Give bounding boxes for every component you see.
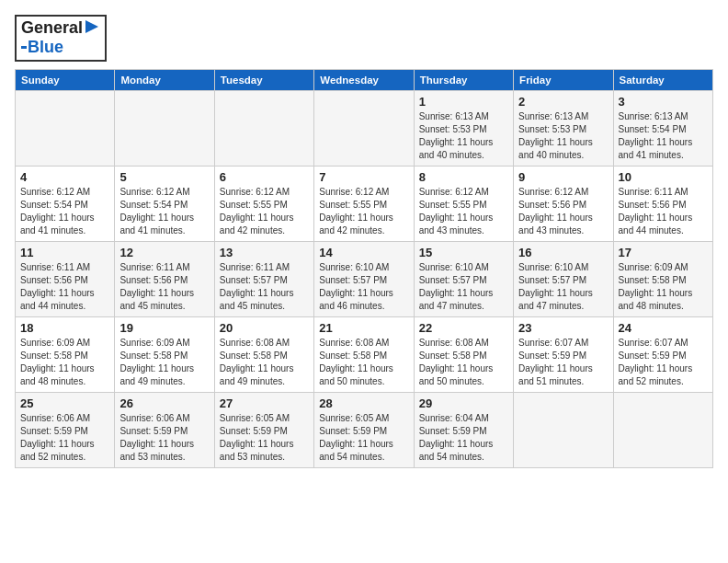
calendar-cell: 19Sunrise: 6:09 AMSunset: 5:58 PMDayligh… xyxy=(115,316,214,392)
calendar-cell: 24Sunrise: 6:07 AMSunset: 5:59 PMDayligh… xyxy=(613,316,712,392)
calendar-cell: 26Sunrise: 6:06 AMSunset: 5:59 PMDayligh… xyxy=(115,392,214,467)
day-number: 29 xyxy=(419,396,508,410)
day-number: 2 xyxy=(518,95,608,109)
column-header-thursday: Thursday xyxy=(414,69,513,90)
day-number: 8 xyxy=(419,170,508,184)
logo-arrow-icon xyxy=(84,18,100,35)
day-number: 7 xyxy=(319,170,408,184)
calendar-cell: 21Sunrise: 6:08 AMSunset: 5:58 PMDayligh… xyxy=(314,316,414,392)
day-info: Sunrise: 6:05 AMSunset: 5:59 PMDaylight:… xyxy=(220,412,309,464)
calendar-cell: 17Sunrise: 6:09 AMSunset: 5:58 PMDayligh… xyxy=(613,241,712,316)
column-header-friday: Friday xyxy=(514,69,613,90)
calendar-cell xyxy=(214,90,313,166)
day-number: 21 xyxy=(319,321,408,335)
day-number: 9 xyxy=(518,170,608,184)
calendar-cell: 10Sunrise: 6:11 AMSunset: 5:56 PMDayligh… xyxy=(613,166,712,241)
calendar-cell: 22Sunrise: 6:08 AMSunset: 5:58 PMDayligh… xyxy=(414,316,513,392)
day-number: 14 xyxy=(319,246,408,259)
calendar-cell: 8Sunrise: 6:12 AMSunset: 5:55 PMDaylight… xyxy=(414,166,513,241)
calendar-cell xyxy=(115,90,214,166)
calendar-cell: 14Sunrise: 6:10 AMSunset: 5:57 PMDayligh… xyxy=(314,241,414,316)
day-number: 25 xyxy=(20,396,109,410)
day-number: 19 xyxy=(119,321,209,335)
day-number: 20 xyxy=(220,321,309,335)
day-info: Sunrise: 6:12 AMSunset: 5:55 PMDaylight:… xyxy=(220,186,309,237)
calendar-cell: 16Sunrise: 6:10 AMSunset: 5:57 PMDayligh… xyxy=(514,241,613,316)
day-number: 6 xyxy=(220,170,309,184)
calendar-cell: 27Sunrise: 6:05 AMSunset: 5:59 PMDayligh… xyxy=(214,392,313,467)
day-info: Sunrise: 6:07 AMSunset: 5:59 PMDaylight:… xyxy=(518,337,608,388)
day-info: Sunrise: 6:09 AMSunset: 5:58 PMDaylight:… xyxy=(619,261,708,313)
day-info: Sunrise: 6:12 AMSunset: 5:55 PMDaylight:… xyxy=(419,186,508,237)
day-info: Sunrise: 6:06 AMSunset: 5:59 PMDaylight:… xyxy=(20,412,109,464)
day-info: Sunrise: 6:11 AMSunset: 5:56 PMDaylight:… xyxy=(619,186,708,237)
column-header-tuesday: Tuesday xyxy=(214,69,313,90)
day-info: Sunrise: 6:10 AMSunset: 5:57 PMDaylight:… xyxy=(319,261,408,313)
calendar-cell: 1Sunrise: 6:13 AMSunset: 5:53 PMDaylight… xyxy=(414,90,513,166)
column-header-wednesday: Wednesday xyxy=(314,69,414,90)
calendar-cell: 3Sunrise: 6:13 AMSunset: 5:54 PMDaylight… xyxy=(613,90,712,166)
calendar-week-row: 4Sunrise: 6:12 AMSunset: 5:54 PMDaylight… xyxy=(16,166,713,241)
column-header-saturday: Saturday xyxy=(613,69,712,90)
calendar-cell: 15Sunrise: 6:10 AMSunset: 5:57 PMDayligh… xyxy=(414,241,513,316)
calendar-cell: 5Sunrise: 6:12 AMSunset: 5:54 PMDaylight… xyxy=(115,166,214,241)
day-number: 24 xyxy=(619,321,708,335)
page-header: General Blue xyxy=(15,15,713,62)
calendar-cell: 28Sunrise: 6:05 AMSunset: 5:59 PMDayligh… xyxy=(314,392,414,467)
calendar-cell: 29Sunrise: 6:04 AMSunset: 5:59 PMDayligh… xyxy=(414,392,513,467)
day-number: 23 xyxy=(518,321,608,335)
day-info: Sunrise: 6:13 AMSunset: 5:53 PMDaylight:… xyxy=(419,110,508,162)
calendar-cell: 9Sunrise: 6:12 AMSunset: 5:56 PMDaylight… xyxy=(514,166,613,241)
day-info: Sunrise: 6:12 AMSunset: 5:55 PMDaylight:… xyxy=(319,186,408,237)
calendar-table: SundayMondayTuesdayWednesdayThursdayFrid… xyxy=(15,69,713,468)
calendar-cell: 6Sunrise: 6:12 AMSunset: 5:55 PMDaylight… xyxy=(214,166,313,241)
day-info: Sunrise: 6:12 AMSunset: 5:54 PMDaylight:… xyxy=(20,186,109,237)
calendar-cell: 7Sunrise: 6:12 AMSunset: 5:55 PMDaylight… xyxy=(314,166,414,241)
day-number: 13 xyxy=(220,246,309,259)
day-number: 16 xyxy=(518,246,608,259)
calendar-cell: 25Sunrise: 6:06 AMSunset: 5:59 PMDayligh… xyxy=(16,392,115,467)
calendar-cell: 20Sunrise: 6:08 AMSunset: 5:58 PMDayligh… xyxy=(214,316,313,392)
day-number: 27 xyxy=(220,396,309,410)
column-header-sunday: Sunday xyxy=(16,69,115,90)
day-info: Sunrise: 6:13 AMSunset: 5:53 PMDaylight:… xyxy=(518,110,608,162)
svg-marker-0 xyxy=(85,20,98,33)
day-info: Sunrise: 6:11 AMSunset: 5:57 PMDaylight:… xyxy=(220,261,309,313)
calendar-cell: 18Sunrise: 6:09 AMSunset: 5:58 PMDayligh… xyxy=(16,316,115,392)
calendar-cell xyxy=(514,392,613,467)
day-number: 26 xyxy=(119,396,209,410)
day-number: 17 xyxy=(619,246,708,259)
day-number: 11 xyxy=(20,246,109,259)
day-info: Sunrise: 6:04 AMSunset: 5:59 PMDaylight:… xyxy=(419,412,508,464)
day-info: Sunrise: 6:13 AMSunset: 5:54 PMDaylight:… xyxy=(619,110,708,162)
day-number: 1 xyxy=(419,95,508,109)
calendar-week-row: 25Sunrise: 6:06 AMSunset: 5:59 PMDayligh… xyxy=(16,392,713,467)
day-info: Sunrise: 6:08 AMSunset: 5:58 PMDaylight:… xyxy=(220,337,309,388)
day-number: 12 xyxy=(119,246,209,259)
day-info: Sunrise: 6:12 AMSunset: 5:54 PMDaylight:… xyxy=(119,186,209,237)
day-info: Sunrise: 6:09 AMSunset: 5:58 PMDaylight:… xyxy=(20,337,109,388)
day-number: 4 xyxy=(20,170,109,184)
day-info: Sunrise: 6:10 AMSunset: 5:57 PMDaylight:… xyxy=(518,261,608,313)
day-info: Sunrise: 6:08 AMSunset: 5:58 PMDaylight:… xyxy=(419,337,508,388)
logo-container: General Blue xyxy=(15,15,107,62)
day-number: 3 xyxy=(619,95,708,109)
logo-general: General xyxy=(21,19,83,38)
calendar-week-row: 11Sunrise: 6:11 AMSunset: 5:56 PMDayligh… xyxy=(16,241,713,316)
day-number: 10 xyxy=(619,170,708,184)
day-info: Sunrise: 6:11 AMSunset: 5:56 PMDaylight:… xyxy=(20,261,109,313)
column-header-monday: Monday xyxy=(115,69,214,90)
calendar-header-row: SundayMondayTuesdayWednesdayThursdayFrid… xyxy=(16,69,713,90)
calendar-cell: 12Sunrise: 6:11 AMSunset: 5:56 PMDayligh… xyxy=(115,241,214,316)
calendar-cell xyxy=(613,392,712,467)
calendar-cell xyxy=(16,90,115,166)
day-info: Sunrise: 6:12 AMSunset: 5:56 PMDaylight:… xyxy=(518,186,608,237)
logo-blue: Blue xyxy=(28,39,63,57)
day-number: 15 xyxy=(419,246,508,259)
calendar-cell: 13Sunrise: 6:11 AMSunset: 5:57 PMDayligh… xyxy=(214,241,313,316)
calendar-week-row: 1Sunrise: 6:13 AMSunset: 5:53 PMDaylight… xyxy=(16,90,713,166)
day-info: Sunrise: 6:08 AMSunset: 5:58 PMDaylight:… xyxy=(319,337,408,388)
day-number: 22 xyxy=(419,321,508,335)
day-number: 28 xyxy=(319,396,408,410)
calendar-cell: 23Sunrise: 6:07 AMSunset: 5:59 PMDayligh… xyxy=(514,316,613,392)
